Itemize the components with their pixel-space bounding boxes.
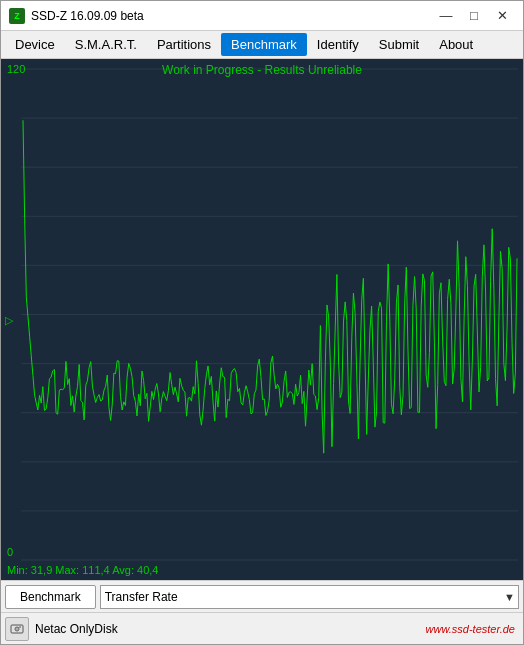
- menu-item-device[interactable]: Device: [5, 33, 65, 56]
- svg-point-2: [16, 628, 17, 629]
- svg-rect-3: [19, 626, 21, 627]
- status-bar: Netac OnlyDisk www.ssd-tester.de: [1, 612, 523, 644]
- benchmark-chart: [1, 59, 523, 580]
- disk-icon: [5, 617, 29, 641]
- window-title: SSD-Z 16.09.09 beta: [31, 9, 433, 23]
- menu-item-smart[interactable]: S.M.A.R.T.: [65, 33, 147, 56]
- chart-arrow-indicator: ▷: [5, 313, 13, 326]
- bottom-toolbar: Benchmark Transfer Rate Access Time IOPS…: [1, 580, 523, 612]
- menu-item-partitions[interactable]: Partitions: [147, 33, 221, 56]
- menu-item-about[interactable]: About: [429, 33, 483, 56]
- transfer-type-dropdown[interactable]: Transfer Rate Access Time IOPS: [100, 585, 519, 609]
- chart-stats: Min: 31,9 Max: 111,4 Avg: 40,4: [7, 564, 158, 576]
- dropdown-wrapper: Transfer Rate Access Time IOPS ▼: [100, 585, 519, 609]
- brand-url: www.ssd-tester.de: [426, 623, 515, 635]
- close-button[interactable]: ✕: [489, 5, 515, 27]
- maximize-button[interactable]: □: [461, 5, 487, 27]
- chart-area: Work in Progress - Results Unreliable 12…: [1, 59, 523, 580]
- menu-item-benchmark[interactable]: Benchmark: [221, 33, 307, 56]
- menu-item-submit[interactable]: Submit: [369, 33, 429, 56]
- minimize-button[interactable]: —: [433, 5, 459, 27]
- benchmark-button[interactable]: Benchmark: [5, 585, 96, 609]
- chart-header: Work in Progress - Results Unreliable: [1, 63, 523, 77]
- menu-bar: Device S.M.A.R.T. Partitions Benchmark I…: [1, 31, 523, 59]
- main-window: Z SSD-Z 16.09.09 beta — □ ✕ Device S.M.A…: [0, 0, 524, 645]
- window-controls: — □ ✕: [433, 5, 515, 27]
- app-icon: Z: [9, 8, 25, 24]
- title-bar: Z SSD-Z 16.09.09 beta — □ ✕: [1, 1, 523, 31]
- menu-item-identify[interactable]: Identify: [307, 33, 369, 56]
- disk-name: Netac OnlyDisk: [35, 622, 426, 636]
- chart-y-min: 0: [7, 546, 13, 558]
